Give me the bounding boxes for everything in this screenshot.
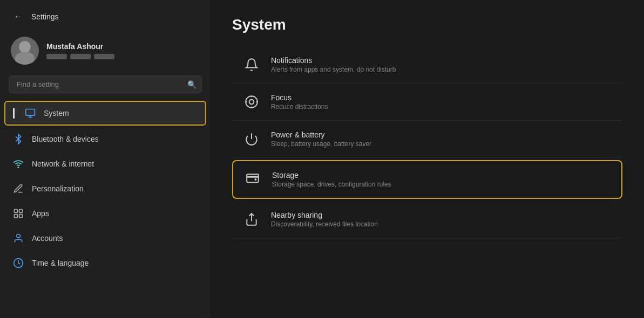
svg-point-11 [249,100,254,105]
search-box: 🔍 [9,75,202,93]
notifications-text: Notifications Alerts from apps and syste… [271,56,396,73]
time-icon [12,257,24,269]
notifications-icon [242,55,261,74]
storage-title: Storage [272,171,391,179]
power-icon [242,129,261,149]
sidebar-item-bluetooth-label: Bluetooth & devices [32,135,99,143]
settings-item-notifications[interactable]: Notifications Alerts from apps and syste… [232,46,622,84]
svg-rect-4 [15,210,18,213]
focus-desc: Reduce distractions [271,103,328,110]
svg-point-8 [17,234,21,238]
svg-point-19 [255,179,256,180]
avatar [11,37,39,65]
sidebar-item-accounts-label: Accounts [32,234,63,243]
sidebar-item-apps[interactable]: Apps [0,201,211,226]
svg-rect-6 [15,215,18,218]
sidebar-item-time[interactable]: Time & language [0,251,211,275]
notifications-title: Notifications [271,56,396,65]
storage-icon [243,170,262,189]
user-name: Mustafa Ashour [46,42,114,51]
active-bar [13,108,15,119]
sidebar-item-accounts[interactable]: Accounts [0,226,211,251]
sidebar-item-time-label: Time & language [32,259,89,267]
sidebar-title: Settings [31,12,59,21]
focus-title: Focus [271,93,328,102]
nav-list: System Bluetooth & devices Network & int… [0,98,211,318]
user-meta-block-3 [94,54,114,59]
nearby-title: Nearby sharing [271,211,378,219]
avatar-image [11,37,39,65]
notifications-desc: Alerts from apps and system, do not dist… [271,66,396,73]
settings-item-power[interactable]: Power & battery Sleep, battery usage, ba… [232,121,622,158]
user-meta [46,54,114,59]
back-button[interactable]: ← [11,10,26,24]
svg-rect-5 [19,210,23,213]
svg-point-10 [246,96,257,108]
sidebar-item-network[interactable]: Network & internet [0,151,211,176]
storage-desc: Storage space, drives, configuration rul… [272,181,391,188]
nearby-icon [242,210,261,229]
focus-text: Focus Reduce distractions [271,93,328,110]
focus-icon [242,92,261,112]
main-content: System Notifications Alerts from apps an… [211,0,644,318]
sidebar-item-personalization[interactable]: Personalization [0,176,211,201]
power-desc: Sleep, battery usage, battery saver [271,140,371,148]
sidebar-header: ← Settings [0,0,211,29]
user-info: Mustafa Ashour [46,42,114,59]
svg-rect-7 [19,215,23,218]
svg-rect-0 [26,109,35,116]
power-text: Power & battery Sleep, battery usage, ba… [271,130,371,148]
apps-icon [12,208,24,219]
network-icon [12,158,24,170]
user-meta-block-2 [70,54,91,59]
sidebar-item-personalization-label: Personalization [32,184,84,193]
svg-rect-18 [247,174,259,177]
sidebar-item-system[interactable]: System [4,101,206,126]
system-icon [24,107,36,119]
sidebar-item-network-label: Network & internet [32,160,94,168]
sidebar-item-apps-label: Apps [32,209,49,218]
settings-item-focus[interactable]: Focus Reduce distractions [232,84,622,121]
settings-list: Notifications Alerts from apps and syste… [232,46,622,238]
nearby-desc: Discoverability, received files location [271,220,378,228]
sidebar-item-bluetooth[interactable]: Bluetooth & devices [0,127,211,151]
sidebar-item-system-label: System [44,109,69,117]
nearby-text: Nearby sharing Discoverability, received… [271,211,378,228]
search-input[interactable] [9,75,202,93]
user-meta-block-1 [46,54,67,59]
settings-item-nearby[interactable]: Nearby sharing Discoverability, received… [232,201,622,238]
user-section: Mustafa Ashour [0,29,211,72]
storage-text: Storage Storage space, drives, configura… [272,171,391,188]
settings-item-storage[interactable]: Storage Storage space, drives, configura… [232,160,622,199]
svg-point-3 [18,167,19,168]
accounts-icon [12,232,24,244]
page-title: System [232,16,622,33]
personalization-icon [12,183,24,195]
power-title: Power & battery [271,130,371,139]
sidebar: ← Settings Mustafa Ashour 🔍 [0,0,211,318]
bluetooth-icon [12,133,24,145]
